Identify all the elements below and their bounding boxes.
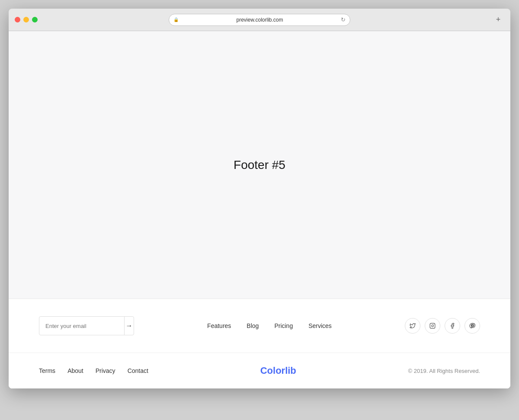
twitter-icon[interactable] <box>405 318 420 334</box>
traffic-lights <box>15 17 38 22</box>
instagram-icon[interactable] <box>425 318 440 334</box>
nav-link-features[interactable]: Features <box>207 322 231 329</box>
address-bar[interactable]: 🔒 preview.colorlib.com ↻ <box>169 14 350 26</box>
footer-link-about[interactable]: About <box>67 367 83 374</box>
footer-legal-links: Terms About Privacy Contact <box>39 367 148 374</box>
email-form: → <box>39 316 134 335</box>
social-icons <box>405 318 480 334</box>
page-content: Footer #5 → Features Blog Pricing Servic… <box>9 31 510 388</box>
nav-link-blog[interactable]: Blog <box>247 322 259 329</box>
email-submit-button[interactable]: → <box>124 316 134 335</box>
main-area: Footer #5 <box>9 31 510 299</box>
footer-link-contact[interactable]: Contact <box>128 367 148 374</box>
email-input[interactable] <box>39 323 124 329</box>
nav-link-pricing[interactable]: Pricing <box>274 322 293 329</box>
pinterest-icon[interactable] <box>465 318 480 334</box>
footer-brand[interactable]: Colorlib <box>260 365 296 376</box>
minimize-button[interactable] <box>23 17 29 22</box>
maximize-button[interactable] <box>32 17 38 22</box>
footer-link-privacy[interactable]: Privacy <box>96 367 115 374</box>
browser-window: 🔒 preview.colorlib.com ↻ + Footer #5 → F… <box>9 9 510 388</box>
new-tab-button[interactable]: + <box>492 14 504 26</box>
nav-link-services[interactable]: Services <box>308 322 332 329</box>
footer-upper: → Features Blog Pricing Services <box>9 299 510 353</box>
browser-chrome: 🔒 preview.colorlib.com ↻ + <box>9 9 510 31</box>
footer-link-terms[interactable]: Terms <box>39 367 55 374</box>
facebook-icon[interactable] <box>445 318 460 334</box>
page-title: Footer #5 <box>234 158 285 172</box>
url-text: preview.colorlib.com <box>181 17 338 23</box>
footer-copyright: © 2019. All Rights Reserved. <box>408 368 480 374</box>
footer-nav: Features Blog Pricing Services <box>207 322 332 329</box>
reload-button[interactable]: ↻ <box>341 16 346 23</box>
svg-rect-0 <box>430 323 435 328</box>
footer-lower: Terms About Privacy Contact Colorlib © 2… <box>9 353 510 388</box>
close-button[interactable] <box>15 17 20 22</box>
lock-icon: 🔒 <box>173 17 179 22</box>
